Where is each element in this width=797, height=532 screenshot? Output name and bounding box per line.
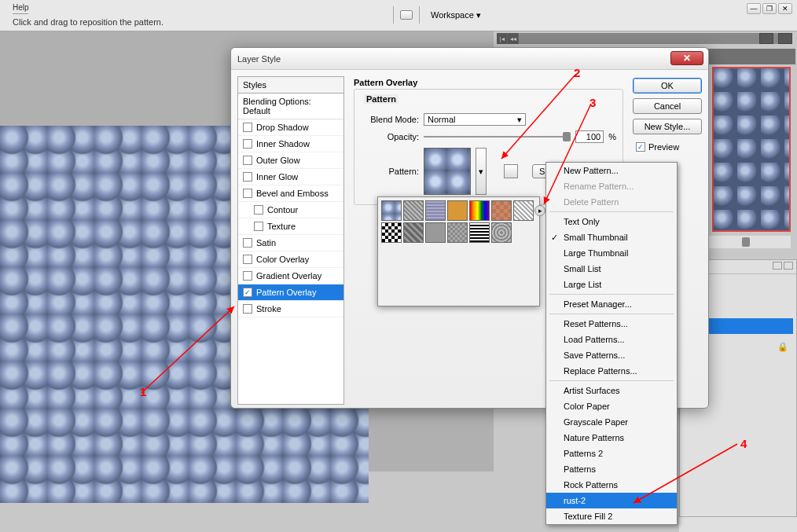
checkbox[interactable] [243,123,252,132]
flyout-icon[interactable]: ▸ [534,205,545,216]
annotation-4: 4 [740,437,747,450]
opacity-input[interactable]: 100 [575,130,604,143]
menu-item-reset-patterns-[interactable]: Reset Patterns... [546,316,677,332]
menu-item-replace-patterns-[interactable]: Replace Patterns... [546,363,677,379]
separator [549,314,674,314]
minimize-icon[interactable]: — [747,3,761,14]
pattern-swatch[interactable] [424,148,471,195]
dialog-title: Layer Style [237,54,281,64]
menu-item-large-list[interactable]: Large List [546,277,677,292]
menu-item-rock-patterns[interactable]: Rock Patterns [546,477,677,493]
blend-mode-select[interactable]: Normal [424,113,526,126]
menu-item-color-paper[interactable]: Color Paper [546,398,677,414]
pattern-thumb[interactable] [403,222,424,243]
style-item-satin[interactable]: Satin [238,235,343,251]
cancel-button[interactable]: Cancel [633,98,702,114]
style-label: Inner Shadow [256,139,310,149]
checkbox[interactable] [243,238,252,248]
style-item-inner-glow[interactable]: Inner Glow [238,169,343,185]
checkbox[interactable] [243,156,252,165]
checkbox[interactable] [243,304,252,314]
panel-icon[interactable] [778,33,792,44]
opacity-slider[interactable] [424,136,571,138]
checkbox[interactable] [243,255,252,264]
menu-item-large-thumbnail[interactable]: Large Thumbnail [546,245,677,261]
menu-item-artist-surfaces[interactable]: Artist Surfaces [546,383,677,398]
pattern-thumb[interactable] [513,200,534,221]
pattern-dropdown-icon[interactable]: ▾ [476,148,487,195]
style-label: Stroke [256,304,281,314]
styles-header[interactable]: Styles [237,76,344,94]
lock-icon[interactable] [400,10,413,20]
blending-options[interactable]: Blending Options: Default [238,94,343,119]
menu-item-texture-fill-2[interactable]: Texture Fill 2 [546,508,677,524]
pattern-label: Pattern: [361,167,419,176]
pattern-thumb[interactable] [381,222,402,243]
nav-prev-icon[interactable]: ◂◂ [508,33,519,44]
menu-item-load-patterns-[interactable]: Load Patterns... [546,332,677,347]
pattern-thumb[interactable] [425,200,446,221]
pattern-thumb[interactable] [491,200,512,221]
pattern-thumb[interactable] [381,200,402,221]
menu-item-rename-pattern-: Rename Pattern... [546,178,677,194]
menu-item-patterns[interactable]: Patterns [546,461,677,477]
panel-icon[interactable] [759,33,773,44]
style-label: Outer Glow [256,156,300,165]
menu-item-new-pattern-[interactable]: New Pattern... [546,163,677,178]
style-item-contour[interactable]: Contour [238,202,343,218]
menu-item-rust-2[interactable]: rust-2 [546,493,677,508]
help-label: Help [13,3,28,14]
menu-item-text-only[interactable]: Text Only [546,214,677,229]
checkbox[interactable] [243,139,252,149]
preview-checkbox[interactable] [636,142,645,152]
panel-close-icon[interactable] [784,262,793,270]
nav-first-icon[interactable]: |◂ [497,33,508,44]
checkbox[interactable] [243,172,252,182]
navigator-thumbnail[interactable] [712,67,791,232]
style-item-stroke[interactable]: Stroke [238,301,343,317]
ok-button[interactable]: OK [633,78,702,94]
workspace-dropdown[interactable]: Workspace ▾ [426,9,486,22]
separator [549,294,674,295]
panel-title: Pattern Overlay [354,78,623,87]
style-item-outer-glow[interactable]: Outer Glow [238,152,343,169]
new-preset-icon[interactable] [504,164,518,178]
style-item-bevel-and-emboss[interactable]: Bevel and Emboss [238,185,343,202]
menu-item-nature-patterns[interactable]: Nature Patterns [546,430,677,446]
style-item-pattern-overlay[interactable]: Pattern Overlay [238,284,343,301]
lock-icon[interactable]: 🔒 [777,342,788,352]
checkbox[interactable] [254,205,263,215]
new-style-button[interactable]: New Style... [633,119,702,134]
pattern-thumb[interactable] [469,200,490,221]
opacity-thumb[interactable] [563,132,571,141]
pattern-thumb[interactable] [447,222,468,243]
restore-icon[interactable]: ❐ [762,3,777,14]
pattern-thumb[interactable] [447,200,468,221]
pattern-thumb[interactable] [403,200,424,221]
menu-item-patterns-2[interactable]: Patterns 2 [546,446,677,461]
menu-item-preset-manager-[interactable]: Preset Manager... [546,296,677,312]
dialog-titlebar[interactable]: Layer Style ✕ [231,48,708,70]
style-item-color-overlay[interactable]: Color Overlay [238,251,343,268]
close-icon[interactable]: ✕ [778,3,792,14]
style-item-inner-shadow[interactable]: Inner Shadow [238,136,343,152]
pattern-thumb[interactable] [425,222,446,243]
pattern-thumb[interactable] [469,222,490,243]
checkbox[interactable] [254,222,263,231]
menu-item-delete-pattern: Delete Pattern [546,194,677,210]
style-label: Bevel and Emboss [256,189,329,198]
panel-minimize-icon[interactable] [773,262,782,270]
menu-item-save-patterns-[interactable]: Save Patterns... [546,347,677,363]
menu-item-small-thumbnail[interactable]: Small Thumbnail [546,229,677,245]
menu-item-grayscale-paper[interactable]: Grayscale Paper [546,414,677,430]
checkbox[interactable] [243,189,252,198]
pattern-thumb[interactable] [491,222,512,243]
navigator-zoom-thumb[interactable] [742,237,750,247]
style-item-drop-shadow[interactable]: Drop Shadow [238,119,343,136]
checkbox[interactable] [243,271,252,281]
close-icon[interactable]: ✕ [670,51,703,65]
checkbox[interactable] [243,288,252,297]
menu-item-small-list[interactable]: Small List [546,261,677,277]
style-item-gradient-overlay[interactable]: Gradient Overlay [238,268,343,284]
style-item-texture[interactable]: Texture [238,218,343,235]
